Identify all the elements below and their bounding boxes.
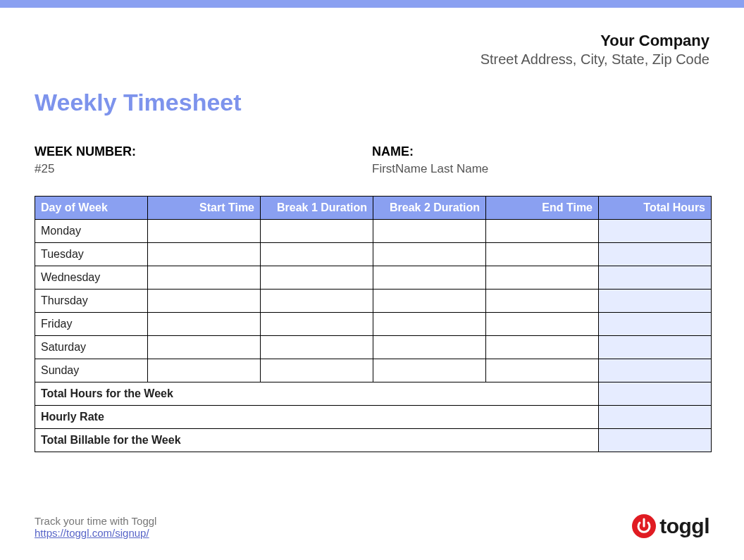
total-cell xyxy=(599,336,712,359)
end-cell[interactable] xyxy=(486,266,599,290)
total-cell xyxy=(599,220,712,243)
document-content: Your Company Street Address, City, State… xyxy=(0,8,744,452)
start-cell[interactable] xyxy=(148,243,261,266)
break2-cell[interactable] xyxy=(373,243,486,266)
signup-link[interactable]: https://toggl.com/signup/ xyxy=(35,527,149,539)
total-cell xyxy=(599,313,712,336)
total-billable-label: Total Billable for the Week xyxy=(35,429,599,452)
day-cell: Thursday xyxy=(35,290,148,313)
break2-cell[interactable] xyxy=(373,266,486,290)
break2-cell[interactable] xyxy=(373,313,486,336)
name-label: NAME: xyxy=(372,144,709,159)
name-value: FirstName Last Name xyxy=(372,162,709,176)
start-cell[interactable] xyxy=(148,359,261,382)
start-cell[interactable] xyxy=(148,266,261,290)
start-cell[interactable] xyxy=(148,336,261,359)
break2-cell[interactable] xyxy=(373,359,486,382)
total-cell xyxy=(599,243,712,266)
page-title: Weekly Timesheet xyxy=(35,89,709,116)
start-cell[interactable] xyxy=(148,313,261,336)
end-cell[interactable] xyxy=(486,220,599,243)
day-cell: Monday xyxy=(35,220,148,243)
header-total-hours: Total Hours xyxy=(599,197,712,220)
name-block: NAME: FirstName Last Name xyxy=(372,144,709,176)
table-row: Monday xyxy=(35,220,712,243)
total-cell xyxy=(599,359,712,382)
break1-cell[interactable] xyxy=(261,336,373,359)
total-billable-row: Total Billable for the Week xyxy=(35,429,712,452)
end-cell[interactable] xyxy=(486,290,599,313)
day-cell: Saturday xyxy=(35,336,148,359)
logo-text: toggl xyxy=(659,514,709,538)
break1-cell[interactable] xyxy=(261,220,373,243)
end-cell[interactable] xyxy=(486,359,599,382)
end-cell[interactable] xyxy=(486,336,599,359)
table-row: Tuesday xyxy=(35,243,712,266)
hourly-rate-label: Hourly Rate xyxy=(35,406,599,429)
timesheet-table: Day of Week Start Time Break 1 Duration … xyxy=(35,196,712,452)
hourly-rate-value[interactable] xyxy=(599,406,712,429)
power-icon xyxy=(631,514,657,539)
end-cell[interactable] xyxy=(486,313,599,336)
table-row: Friday xyxy=(35,313,712,336)
break1-cell[interactable] xyxy=(261,243,373,266)
day-cell: Sunday xyxy=(35,359,148,382)
table-row: Wednesday xyxy=(35,266,712,290)
break1-cell[interactable] xyxy=(261,290,373,313)
header-break1: Break 1 Duration xyxy=(261,197,373,220)
header-day: Day of Week xyxy=(35,197,148,220)
week-number-value: #25 xyxy=(35,162,372,176)
break2-cell[interactable] xyxy=(373,336,486,359)
total-cell xyxy=(599,266,712,290)
break1-cell[interactable] xyxy=(261,313,373,336)
table-row: Thursday xyxy=(35,290,712,313)
company-address: Street Address, City, State, Zip Code xyxy=(35,51,709,68)
start-cell[interactable] xyxy=(148,220,261,243)
table-row: Saturday xyxy=(35,336,712,359)
footer-text: Track your time with Toggl xyxy=(35,515,156,527)
total-hours-value xyxy=(599,382,712,406)
top-accent-bar xyxy=(0,0,744,8)
day-cell: Wednesday xyxy=(35,266,148,290)
day-cell: Tuesday xyxy=(35,243,148,266)
total-billable-value xyxy=(599,429,712,452)
table-header-row: Day of Week Start Time Break 1 Duration … xyxy=(35,197,712,220)
start-cell[interactable] xyxy=(148,290,261,313)
hourly-rate-row: Hourly Rate xyxy=(35,406,712,429)
footer: Track your time with Toggl https://toggl… xyxy=(35,515,156,539)
company-block: Your Company Street Address, City, State… xyxy=(35,32,709,68)
week-number-block: WEEK NUMBER: #25 xyxy=(35,144,372,176)
total-cell xyxy=(599,290,712,313)
company-name: Your Company xyxy=(35,32,709,50)
break2-cell[interactable] xyxy=(373,290,486,313)
break1-cell[interactable] xyxy=(261,359,373,382)
header-end-time: End Time xyxy=(486,197,599,220)
table-row: Sunday xyxy=(35,359,712,382)
day-cell: Friday xyxy=(35,313,148,336)
header-start-time: Start Time xyxy=(148,197,261,220)
total-hours-row: Total Hours for the Week xyxy=(35,382,712,406)
break1-cell[interactable] xyxy=(261,266,373,290)
break2-cell[interactable] xyxy=(373,220,486,243)
toggl-logo: toggl xyxy=(631,514,709,539)
info-row: WEEK NUMBER: #25 NAME: FirstName Last Na… xyxy=(35,144,709,176)
header-break2: Break 2 Duration xyxy=(373,197,486,220)
end-cell[interactable] xyxy=(486,243,599,266)
week-number-label: WEEK NUMBER: xyxy=(35,144,372,159)
total-hours-label: Total Hours for the Week xyxy=(35,382,599,406)
